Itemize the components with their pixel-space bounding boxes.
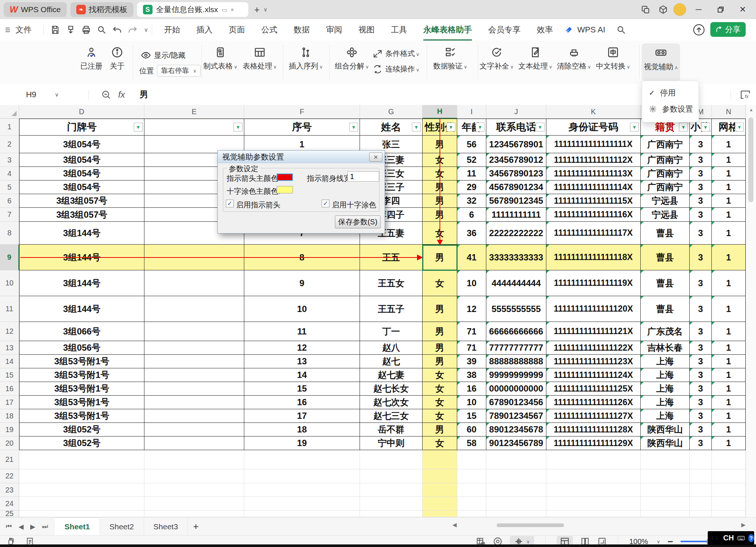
row-header-21[interactable]: 21 [0, 450, 19, 469]
filter-button[interactable]: ▼ [412, 123, 421, 132]
sheet-tab-2[interactable]: Sheet2 [100, 518, 144, 536]
upload-icon[interactable] [693, 24, 705, 36]
column-header-J[interactable]: J [486, 105, 546, 119]
cell[interactable]: 1 [712, 222, 746, 245]
cell[interactable]: 3 [690, 296, 712, 322]
cell[interactable] [144, 341, 244, 355]
select-all-corner[interactable] [0, 105, 19, 119]
tab-wps-office[interactable]: W WPS Office [4, 2, 67, 17]
cell[interactable]: 6 [457, 208, 486, 222]
cell[interactable]: 上海 [641, 409, 690, 423]
cell[interactable]: 3 [690, 245, 712, 270]
cell[interactable] [690, 511, 712, 517]
user-avatar[interactable] [673, 3, 686, 16]
row-header-1[interactable]: 1 [0, 119, 19, 136]
cell[interactable]: 男 [423, 322, 457, 341]
cell[interactable]: 11111111111111129X [546, 436, 641, 450]
text-process-button[interactable]: 文本处理∨ [513, 46, 557, 71]
cell[interactable] [486, 483, 546, 497]
cell[interactable]: 12 [457, 296, 486, 322]
cell[interactable]: 13 [244, 355, 360, 368]
cell[interactable]: 60 [457, 423, 486, 436]
tab-document[interactable]: S 全量信息台账.xlsx ▭ [137, 2, 248, 17]
standard-table-button[interactable]: 制式表格∨ [198, 46, 242, 71]
cell[interactable] [457, 469, 486, 483]
cell[interactable]: 1 [712, 409, 746, 423]
cell[interactable]: 3组144号 [19, 222, 144, 245]
cell[interactable]: 3 [690, 153, 712, 167]
cell[interactable]: 1 [712, 322, 746, 341]
menu-view[interactable]: 视图 [358, 24, 375, 35]
cell[interactable]: 18 [244, 423, 360, 436]
cell[interactable]: 11111111111111124X [546, 368, 641, 382]
cell[interactable]: 66666666666 [486, 322, 546, 341]
cell[interactable]: 陕西华山 [641, 436, 690, 450]
cell[interactable]: 3组066号 [19, 322, 144, 341]
row-header-10[interactable]: 10 [0, 270, 19, 296]
column-header-I[interactable]: I [457, 105, 486, 119]
cell[interactable]: 1 [712, 296, 746, 322]
cell[interactable] [360, 483, 423, 497]
cell[interactable]: 22222222222 [486, 222, 546, 245]
cell[interactable] [486, 511, 546, 517]
cell[interactable]: 1 [712, 153, 746, 167]
cell[interactable]: 10 [244, 296, 360, 322]
cell[interactable]: 3 [690, 382, 712, 396]
cell[interactable]: 广西南宁 [641, 153, 690, 167]
close-button[interactable]: ✕ [733, 1, 752, 18]
row-header-8[interactable]: 8 [0, 222, 19, 245]
cell[interactable]: 11111111111111125X [546, 382, 641, 396]
cell[interactable]: 38 [457, 368, 486, 382]
cell[interactable]: 3组3组057号 [19, 208, 144, 222]
cross-color-swatch[interactable] [277, 186, 293, 193]
cell[interactable]: 宁远县 [641, 208, 690, 222]
add-sheet-button[interactable]: + [193, 521, 199, 532]
cell[interactable] [712, 450, 746, 469]
cell[interactable]: 男 [423, 423, 457, 436]
filter-button[interactable]: ▼ [476, 123, 484, 132]
cell[interactable]: 1 [712, 194, 746, 208]
menu-file[interactable]: 文件 [15, 24, 32, 35]
cell[interactable]: 3组53号附1号 [19, 368, 144, 382]
cell[interactable] [712, 483, 746, 497]
menu-efficiency[interactable]: 效率 [537, 24, 553, 35]
cell[interactable]: 52 [457, 153, 486, 167]
cell[interactable] [19, 483, 144, 497]
sheet-tab-1[interactable]: Sheet1 [55, 518, 100, 536]
row-header-2[interactable]: 2 [0, 136, 19, 153]
cell[interactable]: 1 [712, 382, 746, 396]
data-validation-button[interactable]: 数据验证∨ [428, 46, 472, 71]
vertical-scrollbar[interactable]: ▲ [746, 105, 756, 517]
column-header-F[interactable]: F [244, 105, 360, 119]
cell[interactable] [144, 469, 244, 483]
cell[interactable]: 11111111111111111X [546, 136, 641, 153]
cell[interactable]: 岳不群 [360, 423, 423, 436]
cell[interactable] [546, 450, 641, 469]
text-complete-button[interactable]: 文字补全∨ [475, 46, 519, 71]
cell[interactable] [144, 396, 244, 409]
cell[interactable]: 88888888888 [486, 355, 546, 368]
menu-data[interactable]: 数据 [294, 24, 310, 35]
cell[interactable] [144, 436, 244, 450]
cell[interactable] [486, 450, 546, 469]
cell[interactable]: 3组3组057号 [19, 194, 144, 208]
cell[interactable]: 15 [457, 409, 486, 423]
menu-member[interactable]: 会员专享 [488, 24, 521, 35]
cell[interactable]: 67890123456 [486, 396, 546, 409]
row-header-23[interactable]: 23 [0, 483, 19, 497]
row-header-7[interactable]: 7 [0, 208, 19, 222]
cell[interactable] [144, 296, 244, 322]
cell[interactable]: 11111111111111117X [546, 222, 641, 245]
vertical-scroll-thumb[interactable] [748, 118, 753, 202]
cell[interactable]: 3组53号附1号 [19, 355, 144, 368]
insert-sequence-button[interactable]: 插入序列∨ [284, 46, 328, 71]
cell[interactable]: 10 [457, 396, 486, 409]
cell[interactable] [244, 511, 360, 517]
cell[interactable]: 90123456789 [486, 436, 546, 450]
cell[interactable]: 广西南宁 [641, 136, 690, 153]
filter-button[interactable]: ▼ [349, 123, 358, 132]
cell[interactable]: 1 [712, 423, 746, 436]
cell[interactable]: 赵七 [360, 355, 423, 368]
cell[interactable]: 16 [457, 382, 486, 396]
cell[interactable] [360, 511, 423, 517]
